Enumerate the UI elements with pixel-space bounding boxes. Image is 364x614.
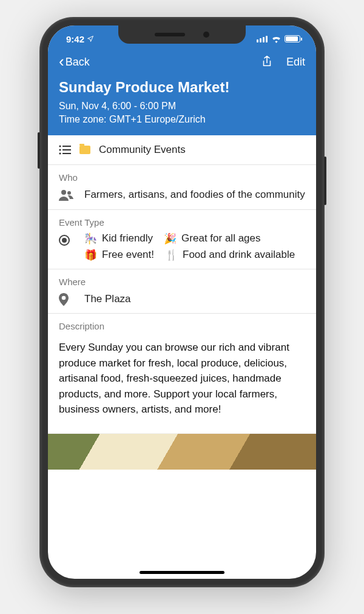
description-label: Description	[59, 321, 305, 331]
share-icon	[261, 55, 273, 69]
where-label: Where	[59, 277, 305, 287]
event-type-label: Event Type	[59, 217, 305, 228]
screen: 9:42 ‹ Back E	[48, 25, 316, 579]
event-timezone: Time zone: GMT+1 Europe/Zurich	[59, 113, 305, 126]
svg-rect-3	[62, 149, 71, 150]
who-section: Who Farmers, artisans, and foodies of th…	[48, 165, 316, 210]
description-text: Every Sunday you can browse our rich and…	[59, 340, 305, 426]
edit-button[interactable]: Edit	[286, 56, 305, 69]
notch	[118, 25, 246, 44]
carousel-icon: 🎠	[84, 232, 97, 245]
status-time: 9:42	[66, 34, 84, 44]
event-title: Sunday Produce Market!	[59, 79, 305, 96]
svg-rect-1	[62, 146, 71, 147]
event-type-tag: 🍴Food and drink available	[165, 249, 295, 261]
event-photo	[48, 433, 316, 470]
where-value: The Plaza	[84, 292, 131, 306]
svg-rect-5	[62, 153, 71, 154]
category-row[interactable]: Community Events	[48, 135, 316, 165]
chevron-left-icon: ‹	[59, 53, 64, 69]
list-icon	[59, 145, 71, 155]
svg-point-4	[59, 152, 61, 154]
location-arrow-icon	[87, 35, 94, 42]
svg-point-0	[59, 145, 61, 147]
back-button[interactable]: ‹ Back	[59, 55, 90, 69]
phone-frame: 9:42 ‹ Back E	[39, 17, 325, 587]
who-value: Farmers, artisans, and foodies of the co…	[84, 187, 305, 202]
party-icon: 🎉	[164, 232, 177, 245]
wifi-icon	[271, 35, 281, 42]
cellular-signal-icon	[257, 36, 268, 42]
svg-point-2	[59, 149, 61, 150]
svg-point-7	[67, 191, 71, 195]
content-area: Community Events Who Farmers, artisans, …	[48, 135, 316, 470]
who-label: Who	[59, 172, 305, 183]
target-icon	[59, 235, 70, 246]
event-type-tag: 🎉Great for all ages	[164, 232, 260, 245]
people-icon	[59, 187, 75, 201]
share-button[interactable]	[261, 55, 273, 69]
fork-knife-icon: 🍴	[165, 249, 178, 261]
category-name: Community Events	[99, 144, 186, 156]
folder-icon	[79, 146, 90, 154]
back-label: Back	[66, 56, 90, 69]
svg-point-6	[61, 190, 66, 195]
event-type-tag: 🎠Kid friendly	[84, 232, 153, 245]
description-section: Description Every Sunday you can browse …	[48, 314, 316, 433]
battery-icon	[285, 35, 300, 42]
home-indicator	[140, 571, 224, 574]
event-type-tag: 🎁Free event!	[84, 249, 154, 261]
gift-icon: 🎁	[84, 249, 97, 261]
event-date: Sun, Nov 4, 6:00 - 6:00 PM	[59, 100, 305, 113]
where-section: Where The Plaza	[48, 269, 316, 314]
map-pin-icon	[59, 292, 75, 306]
event-type-section: Event Type 🎠Kid friendly 🎉Great for all …	[48, 210, 316, 269]
